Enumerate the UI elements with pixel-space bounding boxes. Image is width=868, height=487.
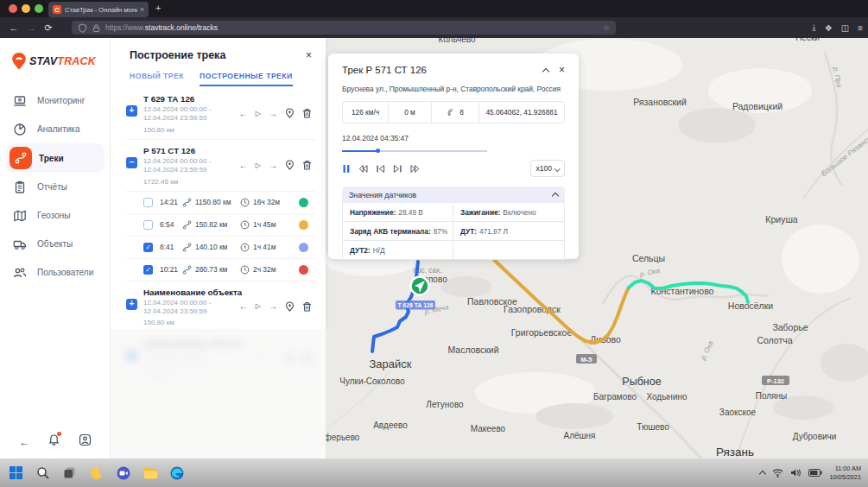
window-close-button[interactable]	[9, 4, 17, 13]
edge-browser-icon[interactable]	[169, 465, 184, 480]
sidebar-item-tracks[interactable]: Треки	[5, 143, 105, 173]
video-chat-app-icon[interactable]	[116, 465, 130, 480]
track-expand-button[interactable]: +	[126, 299, 137, 310]
downloads-icon[interactable]: ⤓	[812, 22, 815, 33]
jump-end-icon[interactable]: →	[269, 301, 277, 311]
slider-knob[interactable]	[376, 149, 380, 153]
segment-checkbox[interactable]: ✓	[143, 265, 153, 275]
sensors-collapse-icon[interactable]	[552, 193, 559, 199]
track-period: 12.04.2024 00:00:00 - 12.04.2024 23:59:5…	[143, 299, 247, 317]
tray-time: 11:00 AM	[829, 465, 861, 473]
segment-checkbox[interactable]	[143, 220, 153, 230]
play-track-icon[interactable]: ▷	[256, 161, 261, 169]
volume-icon[interactable]	[790, 468, 801, 478]
menu-icon[interactable]: ≡	[858, 23, 863, 33]
speed-value: 126 км/ч	[343, 102, 389, 123]
notifications-bell-icon[interactable]	[48, 433, 60, 450]
browser-tab[interactable]: С СтавТрак - Онлайн мониторинг ×	[48, 2, 149, 17]
pause-button[interactable]	[342, 164, 351, 174]
sidebar-item-monitoring[interactable]: Мониторинг	[0, 86, 110, 115]
shield-icon[interactable]	[78, 23, 87, 33]
track-distance: 150.80 км	[143, 126, 247, 134]
delete-track-icon[interactable]	[302, 108, 312, 118]
profile-icon[interactable]	[79, 433, 92, 450]
brand-logo[interactable]: STAVTRACK	[0, 38, 110, 71]
segment-checkbox[interactable]: ✓	[143, 243, 153, 252]
tab-built-tracks[interactable]: ПОСТРОЕННЫЕ ТРЕКИ	[200, 72, 293, 86]
reload-button[interactable]: ⟳	[40, 22, 57, 34]
jump-start-icon[interactable]: ←	[239, 109, 248, 118]
chevron-down-icon	[554, 166, 560, 171]
vehicle-marker[interactable]	[411, 277, 429, 295]
locate-track-icon[interactable]	[285, 301, 295, 312]
skip-next-button[interactable]	[393, 164, 402, 174]
tab-close-icon[interactable]: ×	[140, 5, 144, 14]
tray-expand-icon[interactable]	[759, 471, 766, 478]
sidebar-item-geozones[interactable]: Геозоны	[0, 201, 110, 230]
window-minimize-button[interactable]	[22, 4, 30, 13]
sidebar-toggle-icon[interactable]: ◫	[841, 23, 849, 33]
sidebar-item-objects[interactable]: Объекты	[0, 230, 110, 258]
playback-speed-select[interactable]: x100	[530, 160, 565, 177]
lock-icon[interactable]	[92, 23, 101, 33]
url-bar[interactable]: https://www.stavtrack.online/tracks ☆	[72, 21, 616, 35]
fast-forward-button[interactable]	[410, 164, 420, 174]
track-item: –Р 571 СТ 12612.04.2024 00:00:00 - 12.04…	[126, 140, 315, 192]
extensions-icon[interactable]: ❖	[825, 23, 833, 33]
fast-rewind-button[interactable]	[358, 164, 368, 174]
locate-track-icon[interactable]	[285, 160, 295, 170]
delete-track-icon[interactable]	[302, 301, 312, 312]
tray-clock[interactable]: 11:00 AM 10/05/2021	[829, 465, 861, 482]
details-close-icon[interactable]: ×	[559, 64, 565, 76]
sensors-title: Значения датчиков	[349, 191, 553, 199]
collapse-panel-icon[interactable]	[542, 67, 549, 74]
jump-start-icon[interactable]: ←	[239, 301, 248, 311]
jump-end-icon[interactable]: →	[269, 161, 277, 170]
collapse-sidebar-icon[interactable]: ←	[19, 436, 29, 448]
task-view-icon[interactable]	[62, 465, 77, 480]
search-icon[interactable]	[35, 465, 50, 480]
delete-track-icon[interactable]	[302, 160, 312, 170]
segment-time: 10:21	[160, 265, 182, 274]
map-label: Григорьевское	[511, 327, 573, 338]
wifi-icon[interactable]	[772, 468, 783, 478]
segment-duration: 1ч 45м	[253, 220, 288, 229]
map-label: ферьево	[325, 433, 360, 442]
tab-new-track[interactable]: НОВЫЙ ТРЕК	[130, 72, 184, 86]
locate-track-icon[interactable]	[285, 108, 295, 118]
geozones-icon	[12, 208, 27, 223]
battery-icon[interactable]	[808, 469, 822, 477]
sidebar-item-reports[interactable]: Отчёты	[0, 173, 110, 201]
route-icon	[182, 220, 192, 230]
segment-color-dot[interactable]	[299, 198, 308, 207]
jump-start-icon[interactable]: ←	[239, 161, 248, 170]
segment-color-dot[interactable]	[299, 220, 308, 230]
back-button[interactable]: ←	[5, 22, 22, 33]
new-tab-button[interactable]: +	[155, 3, 161, 13]
satellites-icon	[447, 108, 456, 117]
forward-button[interactable]: →	[22, 22, 40, 33]
sidebar-item-users[interactable]: Пользователи	[0, 258, 110, 287]
play-track-icon[interactable]: ▷	[256, 302, 261, 310]
panel-close-icon[interactable]: ×	[306, 49, 312, 61]
start-button[interactable]	[9, 465, 23, 480]
svg-text:Р-132: Р-132	[767, 377, 784, 385]
playback-slider[interactable]	[342, 149, 487, 153]
track-expand-button[interactable]: –	[126, 157, 137, 168]
segment-color-dot[interactable]	[299, 265, 308, 275]
sensors-header[interactable]: Значения датчиков	[342, 187, 565, 203]
bookmark-star-icon[interactable]: ☆	[603, 23, 610, 32]
window-zoom-button[interactable]	[35, 4, 43, 13]
segment-checkbox[interactable]	[143, 198, 153, 207]
sensor-row: Заряд АКБ терминала:87%ДУТ:471.97 Л	[343, 222, 564, 241]
play-track-icon[interactable]: ▷	[256, 110, 261, 117]
jump-end-icon[interactable]: →	[269, 109, 277, 118]
segment-color-dot[interactable]	[299, 243, 308, 252]
track-details-panel: Трек Р 571 СТ 126 × Бруснева ул., Промыш…	[328, 54, 579, 259]
moon-app-icon[interactable]	[89, 465, 104, 480]
track-expand-button[interactable]: +	[126, 105, 137, 117]
road-badge: М-5	[576, 354, 597, 364]
file-explorer-icon[interactable]	[143, 465, 157, 480]
skip-previous-button[interactable]	[376, 164, 385, 174]
sidebar-item-analytics[interactable]: Аналитика	[0, 115, 110, 143]
